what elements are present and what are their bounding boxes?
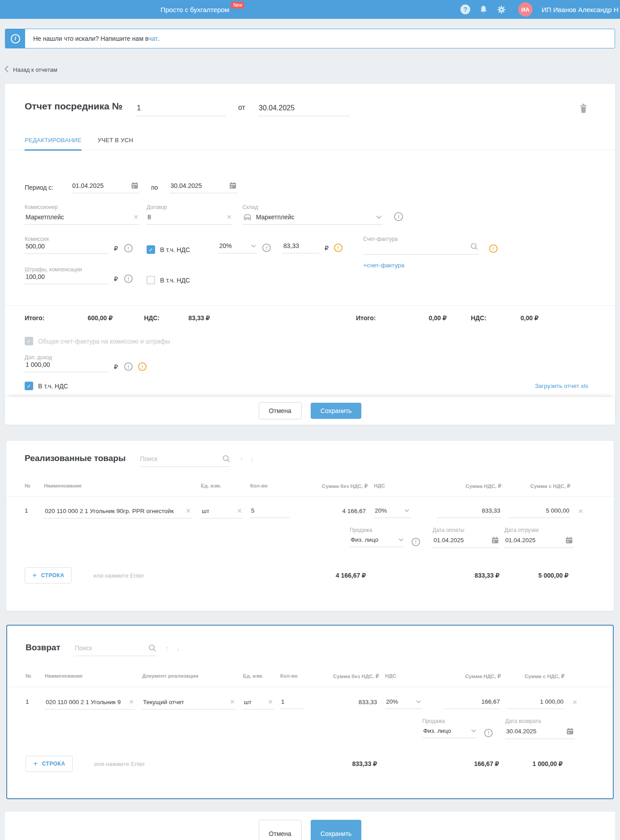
gear-icon[interactable] — [496, 4, 507, 15]
save-button[interactable]: Сохранить — [311, 820, 362, 840]
returns-search[interactable] — [75, 644, 156, 656]
search-icon[interactable] — [470, 243, 478, 251]
cancel-button[interactable]: Отмена — [259, 402, 302, 419]
vat-rate-value[interactable] — [219, 242, 251, 249]
unit-input[interactable] — [244, 699, 265, 705]
user-name[interactable]: ИП Иванов Александр Н — [542, 6, 618, 13]
return-date-input[interactable] — [506, 728, 566, 735]
period-from-input[interactable] — [72, 182, 131, 189]
avatar[interactable]: ИА — [518, 2, 533, 17]
chevron-down-icon[interactable] — [416, 700, 421, 703]
calendar-icon[interactable] — [565, 536, 573, 544]
sale-doc-field[interactable]: ✕ — [142, 698, 236, 709]
commissioner-input[interactable] — [26, 213, 130, 221]
report-date-field[interactable] — [258, 104, 350, 116]
clear-icon[interactable]: ✕ — [230, 698, 235, 705]
product-name-input[interactable] — [45, 508, 183, 514]
add-invoice-link[interactable]: +счет-фактура — [363, 262, 404, 269]
chevron-down-icon[interactable] — [376, 215, 382, 219]
penalties-vat-checkbox[interactable] — [147, 276, 155, 284]
vat-amount-input[interactable] — [283, 242, 318, 249]
invoice-field[interactable] — [363, 243, 479, 255]
sale-type-select[interactable] — [350, 536, 404, 547]
vat-sum-field[interactable] — [444, 698, 501, 709]
save-button[interactable]: Сохранить — [311, 403, 362, 419]
sale-type-select[interactable] — [422, 727, 477, 738]
period-to-field[interactable] — [169, 182, 238, 193]
chevron-down-icon[interactable] — [251, 244, 256, 248]
clear-icon[interactable]: ✕ — [133, 213, 139, 221]
warehouse-field[interactable] — [243, 213, 382, 225]
unit-field[interactable]: ✕ — [201, 507, 243, 518]
sale-doc-input[interactable] — [143, 699, 227, 705]
calendar-icon[interactable] — [229, 182, 237, 189]
tab-usn[interactable]: УЧЕТ В УСН — [98, 137, 133, 150]
search-icon[interactable] — [148, 644, 156, 652]
chevron-down-icon[interactable] — [471, 729, 476, 732]
report-date-input[interactable] — [259, 104, 349, 112]
vat-rate-value[interactable] — [375, 507, 404, 514]
sort-down-icon[interactable]: ↓ — [250, 455, 254, 467]
vat-rate-select[interactable] — [374, 507, 410, 518]
back-to-reports-link[interactable]: Назад к отчетам — [4, 65, 57, 74]
contract-input[interactable] — [147, 213, 224, 221]
calendar-icon[interactable] — [566, 727, 574, 735]
add-row-button[interactable]: + СТРОКА — [26, 756, 73, 772]
product-name-input[interactable] — [46, 699, 126, 705]
search-input[interactable] — [140, 455, 222, 462]
sum-with-vat-input[interactable] — [508, 507, 569, 514]
clear-icon[interactable]: ✕ — [226, 213, 232, 221]
clear-icon[interactable]: ✕ — [237, 507, 242, 514]
tab-editing[interactable]: РЕДАКТИРОВАНИЕ — [25, 137, 82, 151]
unit-field[interactable]: ✕ — [243, 698, 274, 709]
add-row-button[interactable]: + СТРОКА — [25, 567, 72, 583]
product-name-field[interactable]: ✕ — [44, 507, 192, 518]
qty-field[interactable] — [280, 698, 303, 709]
chevron-down-icon[interactable] — [399, 538, 403, 541]
commissioner-field[interactable]: ✕ — [25, 213, 139, 225]
vat-sum-input[interactable] — [445, 698, 500, 705]
ship-date-input[interactable] — [505, 537, 565, 544]
invoice-input[interactable] — [364, 243, 470, 250]
vat-sum-input[interactable] — [438, 507, 500, 514]
calendar-icon[interactable] — [131, 182, 139, 189]
product-name-field[interactable]: ✕ — [45, 698, 135, 709]
sum-with-vat-input[interactable] — [508, 698, 564, 705]
return-date-field[interactable] — [505, 727, 575, 739]
qty-input[interactable] — [281, 698, 303, 705]
delete-row-icon[interactable]: ✕ — [578, 508, 583, 515]
period-from-field[interactable] — [71, 182, 139, 193]
unit-input[interactable] — [202, 508, 234, 514]
vat-rate-select[interactable] — [218, 242, 257, 253]
clear-icon[interactable]: ✕ — [129, 698, 134, 705]
cancel-button[interactable]: Отмена — [259, 820, 302, 840]
vat-sum-field[interactable] — [437, 507, 501, 518]
clear-icon[interactable]: ✕ — [268, 698, 273, 705]
qty-field[interactable] — [250, 507, 290, 518]
bell-icon[interactable] — [478, 4, 489, 15]
delete-report-icon[interactable] — [580, 104, 587, 115]
sum-with-vat-field[interactable] — [507, 698, 564, 709]
extra-income-input[interactable] — [26, 361, 108, 368]
sort-up-icon[interactable]: ↑ — [239, 455, 243, 467]
chevron-down-icon[interactable] — [404, 509, 409, 512]
qty-input[interactable] — [251, 507, 289, 514]
commission-input[interactable] — [26, 243, 108, 250]
report-number-input[interactable] — [137, 104, 225, 112]
commission-field[interactable] — [25, 243, 108, 254]
sale-type-value[interactable] — [423, 727, 471, 734]
penalties-field[interactable] — [25, 273, 108, 284]
vat-rate-value[interactable] — [386, 698, 416, 705]
contract-field[interactable]: ✕ — [147, 213, 233, 225]
warehouse-input[interactable] — [256, 213, 376, 221]
upload-xls-link[interactable]: Загрузить отчет xls — [535, 383, 588, 389]
report-number-field[interactable] — [136, 104, 225, 116]
pay-date-field[interactable] — [433, 536, 500, 548]
vat-amount-field[interactable] — [282, 242, 319, 253]
sort-up-icon[interactable]: ↑ — [165, 644, 169, 656]
commission-vat-checkbox[interactable]: ✓ — [147, 245, 155, 254]
search-input[interactable] — [75, 644, 148, 652]
sum-with-vat-field[interactable] — [507, 507, 570, 518]
sort-down-icon[interactable]: ↓ — [176, 644, 180, 656]
chat-link[interactable]: чат — [148, 35, 158, 42]
